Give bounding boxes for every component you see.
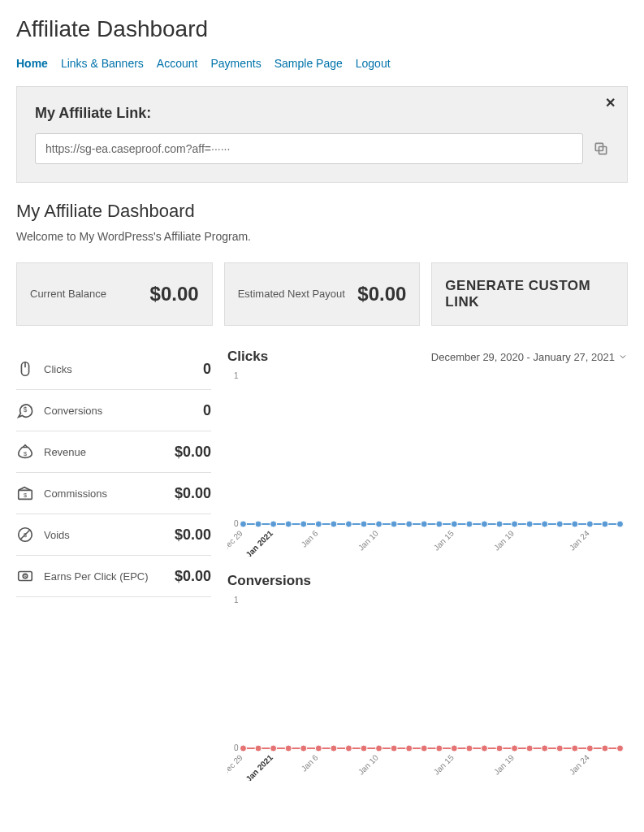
svg-text:Jan 24: Jan 24 [568,752,591,776]
affiliate-link-input[interactable] [35,133,583,164]
svg-text:Jan 2021: Jan 2021 [244,752,274,781]
generate-button-label: GENERATE CUSTOM LINK [445,278,614,310]
svg-point-28 [421,521,427,527]
metric-value: $0.00 [175,444,211,461]
svg-point-25 [376,521,383,527]
svg-point-24 [361,521,367,527]
nav-home[interactable]: Home [16,57,48,70]
svg-point-67 [481,745,487,752]
svg-point-74 [586,745,593,752]
svg-text:Jan 19: Jan 19 [492,752,516,776]
svg-text:0: 0 [234,519,239,528]
svg-point-71 [542,745,548,752]
metric-name: Earns Per Click (EPC) [44,570,175,583]
svg-point-21 [315,521,322,527]
svg-point-33 [496,521,503,527]
svg-text:Jan 15: Jan 15 [432,528,456,552]
svg-point-64 [436,745,443,752]
svg-point-75 [602,745,608,752]
svg-text:Jan 6: Jan 6 [300,528,320,548]
svg-point-61 [391,745,397,752]
chart-title-conversions: Conversions [227,573,311,589]
metric-row-commissions: $Commissions$0.00 [16,473,211,514]
svg-point-51 [240,745,247,752]
svg-text:Jan 19: Jan 19 [492,528,516,552]
svg-point-38 [572,521,578,527]
svg-point-17 [255,521,261,527]
svg-text:Jan 24: Jan 24 [568,528,591,552]
close-icon[interactable]: ✕ [605,95,616,110]
metric-row-voids: $Voids$0.00 [16,514,211,556]
svg-point-34 [512,521,518,527]
svg-point-70 [526,745,533,752]
svg-text:$: $ [24,492,27,499]
generate-custom-link-button[interactable]: GENERATE CUSTOM LINK [431,262,628,326]
svg-point-57 [331,745,337,752]
dashboard-title: My Affiliate Dashboard [16,201,628,222]
metric-value: 0 [203,361,211,378]
svg-text:$: $ [24,531,27,539]
affiliate-link-panel: ✕ My Affiliate Link: [16,86,628,183]
epc-icon: $ [16,567,34,585]
svg-point-37 [556,521,563,527]
clicks-chart: 01 Dec 29Jan 2021Jan 6Jan 10Jan 15Jan 19… [227,370,628,557]
copy-icon[interactable] [593,141,609,157]
void-icon: $ [16,526,34,544]
svg-point-35 [526,521,533,527]
svg-text:1: 1 [234,596,239,604]
metric-row-revenue: $Revenue$0.00 [16,431,211,473]
svg-point-31 [466,521,473,527]
nav-logout[interactable]: Logout [356,57,391,70]
metric-value: $0.00 [175,485,211,502]
svg-point-63 [421,745,427,752]
balance-value: $0.00 [150,283,199,306]
svg-point-16 [240,521,247,527]
svg-point-72 [556,745,563,752]
next-payout-card: Estimated Next Payout $0.00 [224,262,421,326]
conversions-chart: 01 Dec 29Jan 2021Jan 6Jan 10Jan 15Jan 19… [227,594,628,781]
nav-links-banners[interactable]: Links & Banners [61,57,144,70]
metric-name: Commissions [44,488,175,500]
svg-text:$: $ [24,406,28,414]
date-range-picker[interactable]: December 29, 2020 - January 27, 2021 [431,351,628,363]
svg-point-76 [617,745,624,752]
svg-point-55 [300,745,307,752]
balance-label: Current Balance [30,288,106,301]
welcome-text: Welcome to My WordPress's Affiliate Prog… [16,230,628,243]
chevron-down-icon [618,352,628,362]
svg-point-56 [315,745,322,752]
svg-point-26 [391,521,397,527]
money-bag-icon: $ [16,443,34,461]
stats-row: Current Balance $0.00 Estimated Next Pay… [16,262,628,326]
svg-point-41 [617,521,624,527]
svg-point-62 [406,745,413,752]
mouse-icon [16,360,34,378]
svg-point-52 [255,745,261,752]
svg-text:Dec 29: Dec 29 [227,752,244,777]
date-range-text: December 29, 2020 - January 27, 2021 [431,351,615,363]
svg-text:0: 0 [234,743,239,752]
svg-text:$: $ [24,574,27,579]
metric-name: Clicks [44,363,203,375]
svg-text:1: 1 [234,371,239,380]
svg-point-36 [542,521,548,527]
svg-point-27 [406,521,413,527]
wallet-icon: $ [16,484,34,502]
main-nav: HomeLinks & BannersAccountPaymentsSample… [16,57,628,70]
current-balance-card: Current Balance $0.00 [16,262,213,326]
svg-point-68 [496,745,503,752]
metric-value: 0 [203,402,211,419]
nav-account[interactable]: Account [157,57,198,70]
svg-point-53 [270,745,277,752]
payout-label: Estimated Next Payout [238,288,345,301]
nav-sample-page[interactable]: Sample Page [274,57,343,70]
nav-payments[interactable]: Payments [210,57,261,70]
svg-point-23 [345,521,352,527]
svg-text:Jan 15: Jan 15 [432,752,456,776]
svg-point-73 [572,745,578,752]
affiliate-link-heading: My Affiliate Link: [35,105,609,122]
svg-text:Jan 10: Jan 10 [357,528,380,552]
svg-point-30 [451,521,457,527]
svg-point-40 [602,521,608,527]
svg-point-58 [345,745,352,752]
